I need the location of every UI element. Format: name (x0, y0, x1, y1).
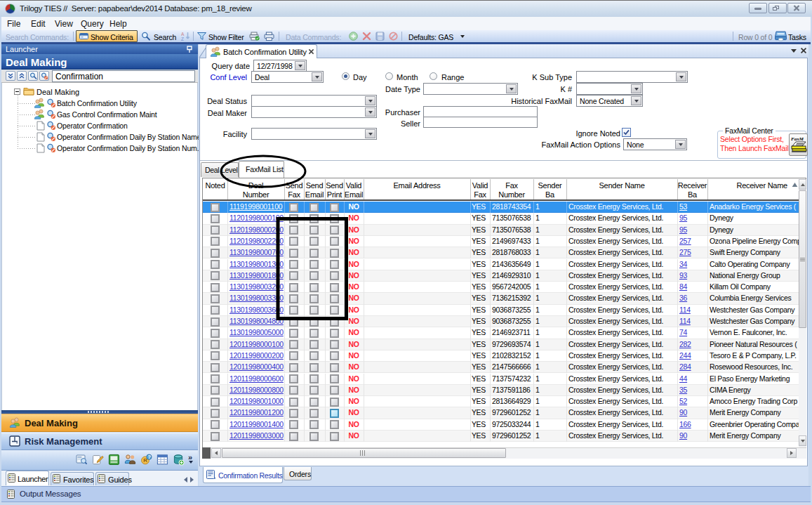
svg-text:?: ? (148, 454, 152, 460)
svg-text:Z: Z (181, 37, 184, 41)
svg-text:FaxM: FaxM (791, 136, 804, 142)
